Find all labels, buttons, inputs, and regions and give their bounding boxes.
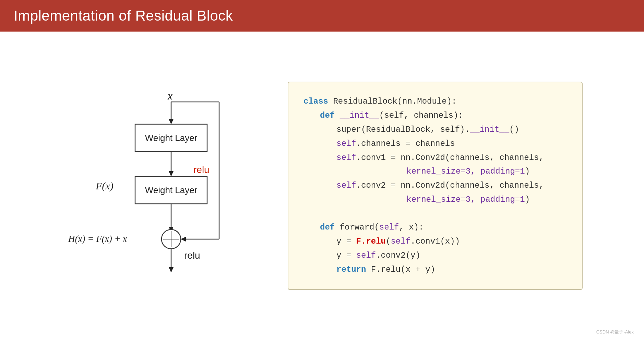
code-line-8: kernel_size=3, padding=1) bbox=[303, 193, 567, 207]
code-line-4: self.channels = channels bbox=[303, 137, 567, 151]
svg-text:Weight Layer: Weight Layer bbox=[145, 133, 198, 143]
svg-text:x: x bbox=[167, 90, 172, 102]
svg-marker-6 bbox=[169, 171, 174, 176]
slide-content: x Weight Layer relu Weight Layer bbox=[0, 32, 644, 340]
code-line-9: def forward(self, x): bbox=[303, 221, 567, 235]
svg-text:relu: relu bbox=[184, 250, 200, 261]
code-line-7: self.conv2 = nn.Conv2d(channels, channel… bbox=[303, 179, 567, 193]
svg-marker-2 bbox=[169, 119, 174, 124]
code-line-1: class ResidualBlock(nn.Module): bbox=[303, 95, 567, 109]
svg-text:F(x): F(x) bbox=[95, 180, 114, 192]
code-line-10: y = F.relu(self.conv1(x)) bbox=[303, 235, 567, 249]
code-line-blank bbox=[303, 207, 567, 221]
slide-title: Implementation of Residual Block bbox=[14, 8, 233, 24]
slide-header: Implementation of Residual Block bbox=[0, 0, 644, 32]
svg-marker-16 bbox=[169, 267, 174, 272]
code-line-6: kernel_size=3, padding=1) bbox=[303, 165, 567, 179]
watermark: CSDN @量子-Alex bbox=[596, 329, 634, 335]
code-line-11: y = self.conv2(y) bbox=[303, 249, 567, 263]
code-block: class ResidualBlock(nn.Module): def __in… bbox=[288, 82, 583, 290]
svg-text:H(x) = F(x) + x: H(x) = F(x) + x bbox=[68, 234, 127, 244]
svg-marker-21 bbox=[181, 237, 186, 242]
code-line-3: super(ResidualBlock, self).__init__() bbox=[303, 123, 567, 137]
code-line-2: def __init__(self, channels): bbox=[303, 109, 567, 123]
svg-text:relu: relu bbox=[193, 164, 210, 175]
code-line-12: return F.relu(x + y) bbox=[303, 263, 567, 277]
slide: Implementation of Residual Block x Weigh… bbox=[0, 0, 644, 340]
code-line-5: self.conv1 = nn.Conv2d(channels, channel… bbox=[303, 151, 567, 165]
residual-block-diagram: x Weight Layer relu Weight Layer bbox=[61, 83, 260, 289]
svg-text:Weight Layer: Weight Layer bbox=[145, 185, 198, 195]
